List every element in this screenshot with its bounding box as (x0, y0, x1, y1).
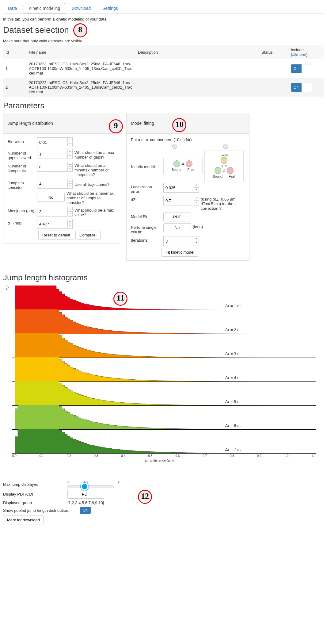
ridge-label: Δτ = 6 dt (225, 423, 241, 428)
include-toggle[interactable]: On (291, 64, 312, 73)
model-subtitle: Put a max number here (10 so far) (131, 137, 245, 142)
dz-hint: (using (dZ=0.65 µm, dT=4.5 ms) for the z… (201, 196, 245, 211)
include-all-link[interactable]: all (292, 52, 296, 57)
model-fitting-panel: Model fitting 10 Put a max number here (… (126, 113, 249, 261)
loc-error-label: Localization error: (131, 183, 162, 194)
histogram-ridge: Δτ = 4 dt (12, 357, 316, 382)
model-fit-label: Model Fit: (131, 213, 162, 219)
spinner-buttons[interactable]: ▲▼ (67, 162, 72, 171)
jumps-hint2: What should be a min/max number of jumps… (67, 190, 116, 205)
displayed-group-label: Displayed group (3, 500, 64, 505)
table-row: 1 20170223_mESC_C3_Halo-Sox2_25nM_PA-JF6… (3, 59, 324, 78)
histogram-ridge: Δτ = 7 dt (12, 429, 316, 454)
spinner-buttons[interactable]: ▲▼ (67, 207, 72, 216)
jumps-toggle[interactable]: No (37, 193, 65, 202)
spinner-buttons[interactable]: ▲▼ (194, 183, 199, 192)
col-include: Include (all/none) (288, 45, 324, 59)
histogram-ridge: Δτ = 5 dt (12, 381, 316, 406)
timepoints-label: Number of timepoints (8, 162, 35, 173)
spinner-buttons[interactable]: ▲▼ (67, 149, 72, 158)
gaps-label: Number of gaps allowed (8, 149, 35, 160)
kinetic-model-label: Kinetic model: (131, 163, 162, 169)
intro-text: In this tab, you can perform a kinetic m… (3, 17, 324, 21)
jumps-hint1: Use all trajectories? (74, 181, 116, 187)
model-radio-2state[interactable] (172, 144, 177, 149)
include-toggle[interactable]: On (291, 83, 312, 92)
histograms-title: Jump length histograms (3, 273, 324, 282)
jump-panel-title: Jump length distribution (8, 121, 53, 126)
pooled-toggle[interactable]: On (80, 507, 91, 514)
maxjump-hint: What should be a max value? (74, 207, 116, 217)
arrows-icon: ⇄ (222, 168, 226, 173)
mark-download-button[interactable]: Mark for download (3, 516, 44, 524)
spinner-buttons[interactable]: ▲▼ (67, 179, 72, 188)
single-cell-hint: (long) (193, 223, 245, 229)
tab-data[interactable]: Data (3, 3, 22, 13)
max-jump-slider[interactable] (67, 485, 114, 488)
spinner-buttons[interactable]: ▲▼ (194, 236, 199, 245)
table-row: 2 20170223_mESC_C3_Halo-Sox2_25nM_PA-JF6… (3, 78, 324, 97)
col-file: File name (26, 45, 135, 59)
ridge-label: Δτ = 4 dt (225, 375, 241, 380)
reset-button[interactable]: Reset to default (38, 231, 74, 240)
tab-kinetic-modeling[interactable]: Kinetic modeling (24, 3, 65, 13)
histogram-ridge: Δτ = 3 dt (12, 333, 316, 358)
gaps-hint: What should be a max number of gaps? (74, 149, 116, 159)
tab-settings[interactable]: Settings (97, 3, 123, 13)
nav-tabs: Data Kinetic modeling Download Settings (3, 3, 324, 14)
callout-10: 10 (172, 118, 186, 132)
maxjump-label: Max jump (µm) (8, 207, 35, 213)
ridge-label: Δτ = 3 dt (225, 351, 241, 356)
y-axis-label: P(r) (6, 286, 9, 290)
histogram-chart: P(r) 11 Δτ = 1 dtΔτ = 2 dtΔτ = 3 dtΔτ = … (3, 286, 316, 465)
dataset-subtext: Make sure that only valid datasets are v… (3, 39, 324, 43)
model-fit-toggle[interactable]: PDF (163, 213, 191, 221)
pdf-cdf-toggle[interactable]: PDF (67, 490, 104, 499)
displayed-group-value: [1,2,3,4,5,6,7,8,9,10] (67, 500, 104, 505)
ridge-label: Δτ = 2 dt (225, 328, 241, 332)
arrows-icon: ⇄ (181, 162, 184, 166)
bound-state-icon (215, 167, 221, 174)
pdf-cdf-label: Display PDF/CDF (3, 492, 64, 496)
dz-label: dZ: (131, 196, 162, 202)
callout-12: 12 (138, 490, 152, 504)
jump-length-panel: Jump length distribution 9 Bin width ▲▼ … (3, 113, 120, 243)
pooled-label: Show pooled jump length distribution: (3, 508, 77, 513)
ridge-label: Δτ = 5 dt (225, 399, 241, 404)
dataset-selection-title: Dataset selection (3, 25, 69, 35)
callout-8: 8 (73, 23, 87, 37)
free-state-icon (186, 160, 192, 167)
spinner-buttons[interactable]: ▲▼ (194, 196, 199, 205)
spinner-buttons[interactable]: ▲▼ (67, 219, 72, 228)
tab-download[interactable]: Download (67, 3, 96, 13)
histogram-ridge: Δτ = 2 dt (12, 309, 316, 334)
dt-label: dT (ms): (8, 219, 35, 225)
callout-9: 9 (109, 119, 123, 133)
histogram-ridge: Δτ = 6 dt (12, 405, 316, 430)
spinner-buttons[interactable]: ▲▼ (67, 138, 72, 146)
dataset-table: Id File name Description Status Include … (3, 45, 324, 97)
fast-state-icon (227, 167, 234, 174)
ridge-label: Δτ = 7 dt (225, 447, 241, 452)
three-state-diagram: Slow ↙↘ ⇄ Bound Fast (204, 151, 244, 181)
col-id: Id (3, 45, 26, 59)
jumps-label: Jumps to consider (8, 179, 35, 190)
two-state-diagram: ⇄ Bound Free (163, 158, 203, 174)
parameters-title: Parameters (3, 101, 324, 110)
x-axis-ticks: 0.00.10.20.30.40.50.60.70.80.91.01.1 (12, 454, 316, 458)
timepoints-hint: What should be a min/max number of timep… (74, 162, 116, 177)
col-desc: Description (135, 45, 259, 59)
model-radio-3state[interactable] (223, 144, 228, 149)
bin-width-label: Bin width (8, 137, 35, 144)
iterations-label: Iterations: (131, 236, 162, 243)
ridge-label: Δτ = 1 dt (225, 304, 241, 308)
col-status: Status (259, 45, 288, 59)
max-jump-displayed-label: Max jump displayed (3, 482, 64, 487)
compute-button[interactable]: Compute! (75, 231, 101, 240)
single-cell-label: Perform single cell fit: (131, 223, 162, 234)
single-cell-toggle[interactable]: No (163, 223, 191, 232)
histogram-ridge: Δτ = 1 dt (12, 286, 316, 310)
model-panel-title: Model fitting (131, 121, 154, 126)
include-none-link[interactable]: none (297, 52, 306, 57)
fit-kinetic-button[interactable]: Fit kinetic model (162, 248, 198, 257)
